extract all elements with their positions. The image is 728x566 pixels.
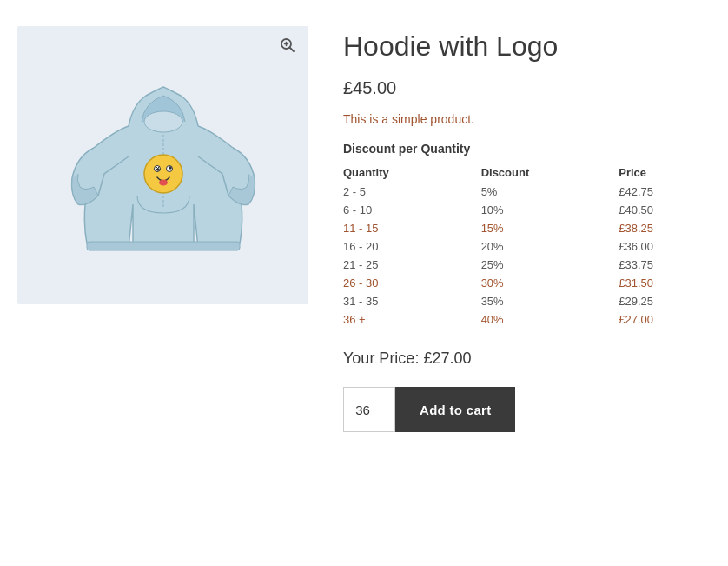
product-layout: Hoodie with Logo £45.00 This is a simple… — [17, 17, 711, 432]
cell-quantity: 36 + — [343, 310, 481, 329]
cell-discount: 30% — [481, 274, 619, 292]
cell-discount: 40% — [481, 310, 619, 329]
table-row: 11 - 1515%£38.25 — [343, 219, 711, 237]
cell-quantity: 16 - 20 — [343, 237, 481, 256]
discount-section-label: Discount per Quantity — [343, 142, 711, 156]
discount-table: Quantity Discount Price 2 - 55%£42.756 -… — [343, 163, 711, 329]
cell-quantity: 11 - 15 — [343, 219, 481, 237]
cell-price: £38.25 — [619, 219, 711, 237]
product-details: Hoodie with Logo £45.00 This is a simple… — [343, 26, 711, 432]
table-row: 21 - 2525%£33.75 — [343, 256, 711, 274]
svg-point-4 — [144, 111, 182, 132]
cell-quantity: 6 - 10 — [343, 201, 481, 219]
table-row: 2 - 55%£42.75 — [343, 183, 711, 201]
product-price: £45.00 — [343, 78, 711, 98]
col-header-price: Price — [619, 163, 711, 183]
cell-quantity: 26 - 30 — [343, 274, 481, 292]
product-image-container — [17, 26, 308, 304]
zoom-icon[interactable] — [277, 35, 298, 56]
table-row: 26 - 3030%£31.50 — [343, 274, 711, 292]
product-description: This is a simple product. — [343, 112, 711, 126]
cell-quantity: 31 - 35 — [343, 292, 481, 310]
col-header-quantity: Quantity — [343, 163, 481, 183]
add-to-cart-button[interactable]: Add to cart — [395, 387, 515, 432]
table-row: 6 - 1010%£40.50 — [343, 201, 711, 219]
cell-price: £29.25 — [619, 292, 711, 310]
cell-price: £33.75 — [619, 256, 711, 274]
cell-discount: 20% — [481, 237, 619, 256]
svg-rect-5 — [87, 242, 240, 250]
cell-price: £27.00 — [619, 310, 711, 329]
cell-quantity: 21 - 25 — [343, 256, 481, 274]
table-row: 16 - 2020%£36.00 — [343, 237, 711, 256]
svg-point-11 — [169, 166, 172, 170]
cell-price: £31.50 — [619, 274, 711, 292]
quantity-input[interactable] — [343, 387, 395, 432]
cell-discount: 5% — [481, 183, 619, 201]
cell-quantity: 2 - 5 — [343, 183, 481, 201]
cell-discount: 35% — [481, 292, 619, 310]
table-row: 36 +40%£27.00 — [343, 310, 711, 329]
product-image — [68, 52, 259, 278]
svg-point-12 — [159, 180, 168, 186]
svg-line-1 — [290, 48, 295, 52]
cell-price: £36.00 — [619, 237, 711, 256]
product-title: Hoodie with Logo — [343, 30, 711, 63]
cell-price: £42.75 — [619, 183, 711, 201]
col-header-discount: Discount — [481, 163, 619, 183]
add-to-cart-row: Add to cart — [343, 387, 711, 432]
cell-discount: 15% — [481, 219, 619, 237]
svg-point-7 — [144, 155, 182, 193]
cell-price: £40.50 — [619, 201, 711, 219]
cell-discount: 10% — [481, 201, 619, 219]
your-price: Your Price: £27.00 — [343, 350, 711, 368]
table-row: 31 - 3535%£29.25 — [343, 292, 711, 310]
cell-discount: 25% — [481, 256, 619, 274]
